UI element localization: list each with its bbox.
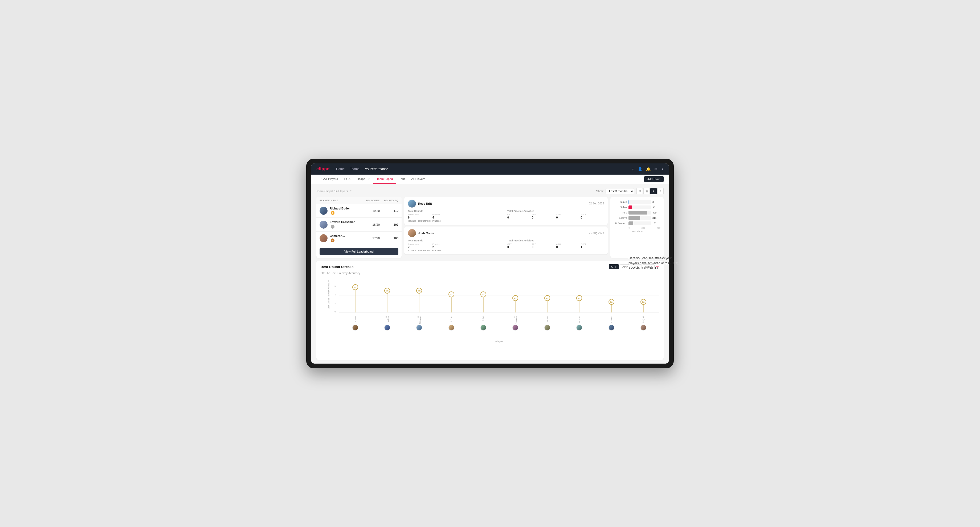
- view-table-button[interactable]: ≡: [650, 188, 657, 194]
- bar-value-pars: 499: [652, 211, 660, 214]
- dot-circle-0: 7x: [352, 284, 358, 290]
- round-types: RoundsTournamentPractice: [408, 220, 504, 222]
- bar-label-bogeys: Bogeys: [614, 217, 627, 219]
- annotation: Here you can see streaks your players ha…: [628, 256, 682, 271]
- player-name-col-1: B. McHerg: [371, 316, 403, 330]
- bar-label-birdies: Birdies: [614, 206, 627, 209]
- search-icon[interactable]: ⌕: [632, 167, 634, 171]
- player-mini-avatar-0: [352, 325, 358, 330]
- bar-chart: Eagles 3 Birdies: [614, 200, 660, 225]
- player-cards: Rees Britt 02 Sep 2023 Total Rounds Tour: [404, 197, 608, 258]
- player-mini-avatar-5: [512, 325, 518, 330]
- player-info-2: Edward Crossman 2: [320, 221, 358, 229]
- dot-col-4: 5x: [467, 278, 499, 313]
- practice-activities-group: Total Practice Activities OTT 0 APP: [508, 210, 604, 222]
- bar-track-bogeys: [628, 216, 651, 220]
- app-val-josh: 0: [532, 245, 555, 249]
- app-val-rees: 0: [532, 216, 555, 219]
- y-label-7: 7: [334, 276, 336, 279]
- view-chart-button[interactable]: ↑: [657, 188, 663, 194]
- view-full-leaderboard-button[interactable]: View Full Leaderboard: [320, 248, 398, 255]
- subnav-hcaps[interactable]: Hcaps 1-5: [354, 174, 373, 184]
- avatar-icon[interactable]: ●: [662, 167, 663, 171]
- streak-subtitle: Off The Tee, Fairway Accuracy: [321, 271, 659, 275]
- bell-icon[interactable]: 🔔: [646, 167, 651, 171]
- nav-icons: ⌕ 👤 🔔 ⚙ ●: [632, 167, 663, 171]
- streak-filter-ott[interactable]: OTT: [609, 264, 619, 269]
- table-row[interactable]: Edward Crossman 2 18/20 107: [317, 218, 402, 232]
- subnav-pga[interactable]: PGA: [341, 174, 354, 184]
- player-mini-avatar-3: [449, 325, 454, 330]
- arg-val-rees: 0: [556, 216, 580, 219]
- team-controls: Show Last 3 months Last 6 months Last ye…: [596, 188, 663, 194]
- player-info-3: Cameron... 3: [320, 234, 358, 243]
- player-name-2: Edward Crossman: [330, 221, 355, 224]
- col-pb-score: PB SCORE: [358, 199, 380, 202]
- practice-activities-label: Total Practice Activities: [508, 210, 604, 213]
- x-axis-label: Players: [339, 340, 659, 343]
- dot-circle-2: 6x: [416, 288, 422, 294]
- subnav-tour[interactable]: Tour: [396, 174, 408, 184]
- subnav-all-players[interactable]: All Players: [408, 174, 428, 184]
- y-axis-label: Best Streak, Fairway Accuracy: [328, 293, 330, 309]
- total-rounds-group-josh: Total Rounds Tournament 7 Practice: [408, 239, 504, 252]
- table-row[interactable]: Richard Butler 1 19/20 110: [317, 204, 402, 218]
- player-mini-name-3: J. Coles: [450, 316, 452, 324]
- nav-home[interactable]: Home: [336, 166, 345, 172]
- bar-row-birdies: Birdies 96: [614, 205, 660, 209]
- card-date-rees: 02 Sep 2023: [589, 202, 604, 205]
- show-label: Show: [596, 189, 603, 193]
- bar-value-eagles: 3: [652, 201, 660, 203]
- player-mini-name-4: R. Britt: [482, 316, 484, 324]
- practice-label: Practice: [433, 213, 456, 216]
- subnav-pgat[interactable]: PGAT Players: [317, 174, 341, 184]
- ott-label-josh: OTT: [508, 243, 531, 245]
- player-card-josh: Josh Coles 26 Aug 2023 Total Rounds Tour: [404, 227, 608, 254]
- view-grid-lg-button[interactable]: ▦: [643, 188, 650, 194]
- arg-label: ARG: [556, 213, 580, 216]
- player-mini-avatar-1: [384, 325, 390, 330]
- bar-track-pars: [628, 211, 651, 214]
- player-name-col-5: E. Crossman: [499, 316, 531, 330]
- dot-col-3: 5x: [435, 278, 467, 313]
- player-mini-avatar-8: [609, 325, 614, 330]
- player-avg-2: 107: [380, 223, 398, 226]
- practice-stats-row-josh: OTT 0 APP 0 ARG: [508, 243, 604, 249]
- streaks-section: Best Round Streaks ← OTT APP ARG PUTT ← …: [317, 260, 663, 360]
- player-score-2: 18/20: [358, 223, 380, 226]
- nav-teams[interactable]: Teams: [350, 166, 359, 172]
- dot-plot-area: 7 5 4 2: [339, 278, 659, 313]
- tournament-label-josh: Tournament: [408, 243, 431, 245]
- add-team-button[interactable]: Add Team: [644, 176, 663, 182]
- view-icons: ⊞ ▦ ≡ ↑: [636, 188, 663, 194]
- dot-circle-7: 4x: [576, 295, 582, 301]
- card-header-rees: Rees Britt 02 Sep 2023: [408, 200, 604, 208]
- player-mini-avatar-9: [641, 325, 646, 330]
- dot-col-5: 4x: [499, 278, 531, 313]
- dot-circle-8: 3x: [609, 299, 614, 305]
- player-mini-avatar-6: [544, 325, 550, 330]
- practice-val-rees: 4: [433, 216, 456, 219]
- dot-columns: 7x6x6x5x5x4x4x4x3x3x: [339, 278, 659, 313]
- nav-my-performance[interactable]: My Performance: [364, 166, 388, 172]
- view-grid-sm-button[interactable]: ⊞: [636, 188, 643, 194]
- subtitle-sub: Fairway Accuracy: [337, 271, 360, 275]
- period-dropdown[interactable]: Last 3 months Last 6 months Last year: [606, 188, 634, 194]
- player-avg-3: 103: [380, 237, 398, 240]
- putt-val-rees: 0: [581, 216, 604, 219]
- streaks-header: Best Round Streaks ← OTT APP ARG PUTT ←: [321, 264, 659, 269]
- bar-fill-birdies: [628, 205, 632, 209]
- arg-val-josh: 0: [556, 245, 580, 249]
- card-name-rees: Rees Britt: [418, 202, 432, 205]
- edit-icon[interactable]: ✏: [350, 189, 352, 192]
- table-row[interactable]: Cameron... 3 17/20 103: [317, 232, 402, 245]
- team-name: Team Clippd: [317, 189, 332, 193]
- putt-label-josh: PUTT: [581, 243, 604, 245]
- putt-val-josh: 1: [581, 245, 604, 249]
- user-icon[interactable]: 👤: [638, 167, 642, 171]
- chart-x-labels: 0 200 400: [614, 227, 660, 229]
- subnav-team-clippd[interactable]: Team Clippd: [373, 174, 396, 184]
- player-mini-name-6: D. Ford: [546, 316, 548, 324]
- settings-icon[interactable]: ⚙: [654, 167, 658, 171]
- app-logo: clippd: [317, 167, 330, 171]
